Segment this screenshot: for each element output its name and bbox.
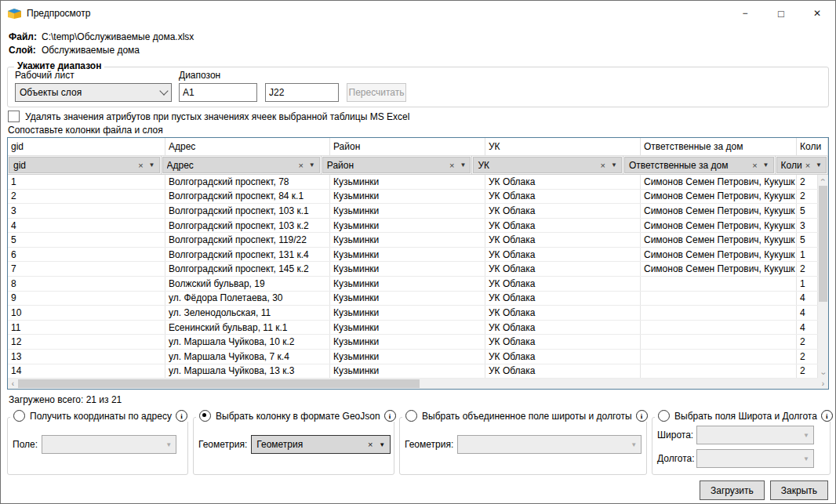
table-cell[interactable]: УК Облака [485, 292, 641, 306]
table-cell[interactable]: ул. Маршала Чуйкова, 10 к.2 [165, 335, 330, 349]
table-cell[interactable]: Кузьминки [330, 219, 485, 233]
table-cell[interactable]: 2 [797, 335, 818, 349]
filter-dropdown-icon[interactable]: ▼ [460, 161, 466, 169]
recalculate-button[interactable]: Пересчитать [347, 83, 406, 102]
table-cell[interactable] [641, 306, 797, 320]
combined-geometry-combobox[interactable]: ▼ [457, 435, 642, 454]
table-cell[interactable]: Кузьминки [330, 248, 485, 262]
table-cell[interactable]: Кузьминки [330, 233, 485, 247]
range-to-input[interactable] [265, 83, 339, 102]
table-cell[interactable]: Кузьминки [330, 350, 485, 364]
radio-icon[interactable] [199, 410, 211, 422]
table-cell[interactable]: 5 [8, 233, 165, 247]
clear-filter-icon[interactable]: × [805, 161, 810, 170]
table-cell[interactable]: УК Облака [485, 277, 641, 291]
clear-filter-icon[interactable]: × [449, 161, 454, 170]
table-cell[interactable]: Кузьминки [330, 175, 485, 189]
table-row[interactable]: 6Волгоградский проспект, 131 к.4Кузьминк… [8, 248, 818, 263]
clear-filter-icon[interactable]: × [752, 161, 757, 170]
horizontal-scrollbar[interactable]: ‹ › [8, 379, 828, 389]
table-row[interactable]: 1Волгоградский проспект, 78КузьминкиУК О… [8, 175, 818, 190]
filter-dropdown-icon[interactable]: ▼ [611, 161, 617, 169]
info-icon[interactable]: i [636, 410, 648, 422]
table-cell[interactable]: 4 [797, 306, 818, 320]
table-cell[interactable]: 8 [8, 277, 165, 291]
table-cell[interactable]: Кузьминки [330, 335, 485, 349]
table-cell[interactable]: Волгоградский проспект, 119/22 [165, 233, 330, 247]
table-cell[interactable]: ул. Маршала Чуйкова, 13 к.3 [165, 364, 330, 379]
clear-icon[interactable]: × [368, 440, 373, 449]
vertical-scroll-thumb[interactable] [819, 186, 827, 302]
column-header[interactable]: Район [330, 138, 485, 155]
table-cell[interactable]: 14 [8, 364, 165, 379]
table-row[interactable]: 7Волгоградский проспект, 145 к.2Кузьминк… [8, 262, 818, 277]
table-cell[interactable]: ул. Фёдора Полетаева, 30 [165, 292, 330, 306]
column-filter-combo[interactable]: Район×▼ [322, 157, 471, 173]
column-header[interactable]: Ответственные за дом [641, 138, 797, 155]
range-from-input[interactable] [179, 83, 257, 102]
column-filter-combo[interactable]: УК×▼ [473, 157, 622, 173]
column-filter-combo[interactable]: gid×▼ [9, 157, 160, 173]
clear-filter-icon[interactable]: × [601, 161, 605, 170]
table-cell[interactable]: УК Облака [485, 364, 641, 379]
radio-icon[interactable] [405, 410, 417, 422]
table-cell[interactable]: УК Облака [485, 350, 641, 364]
delete-empty-checkbox[interactable]: Удалять значения атрибутов при пустых зн… [8, 111, 409, 122]
table-row[interactable]: 9ул. Фёдора Полетаева, 30КузьминкиУК Обл… [8, 292, 818, 306]
table-cell[interactable]: Кузьминки [330, 262, 485, 276]
table-cell[interactable]: Симонов Семен Петрович, Кукушк [641, 219, 797, 233]
column-filter-combo[interactable]: Адрес×▼ [162, 157, 320, 173]
close-button[interactable]: ✕ [799, 1, 835, 26]
table-cell[interactable]: Кузьминки [330, 190, 485, 204]
table-cell[interactable]: Волгоградский проспект, 103 к.1 [165, 204, 330, 218]
table-cell[interactable]: 2 [797, 262, 818, 276]
table-cell[interactable]: Кузьминки [330, 292, 485, 306]
table-row[interactable]: 11Есенинский бульвар, 11 к.1КузьминкиУК … [8, 321, 818, 335]
table-cell[interactable]: УК Облака [485, 175, 641, 189]
table-cell[interactable]: Волгоградский проспект, 84 к.1 [165, 190, 330, 204]
clear-filter-icon[interactable]: × [298, 161, 303, 170]
radio-icon[interactable] [13, 410, 25, 422]
table-cell[interactable]: 2 [797, 364, 818, 379]
scroll-down-icon[interactable]: ‹ [818, 368, 828, 379]
separate-latlon-radio-option[interactable]: Выбрать поля Широта и Долгота i [655, 410, 836, 422]
info-icon[interactable]: i [384, 410, 396, 422]
clear-filter-icon[interactable]: × [138, 161, 143, 170]
table-cell[interactable]: Симонов Семен Петрович, Кукушк [641, 262, 797, 276]
worksheet-combobox[interactable]: Объекты слоя [15, 83, 172, 102]
table-cell[interactable]: 7 [8, 262, 165, 276]
table-cell[interactable]: 4 [797, 292, 818, 306]
table-row[interactable]: 3Волгоградский проспект, 103 к.1Кузьминк… [8, 204, 818, 219]
scroll-right-icon[interactable]: › [818, 379, 828, 389]
column-header[interactable]: УК [485, 138, 641, 155]
table-cell[interactable] [641, 321, 797, 335]
geometry-column-combobox[interactable]: Геометрия × ▼ [251, 435, 391, 454]
scroll-up-icon[interactable]: ‹ [818, 175, 828, 185]
table-row[interactable]: 5Волгоградский проспект, 119/22Кузьминки… [8, 233, 818, 248]
address-field-combobox[interactable]: ▼ [42, 435, 176, 454]
table-cell[interactable]: 2 [797, 175, 818, 189]
table-cell[interactable]: 11 [8, 321, 165, 335]
table-cell[interactable]: 2 [797, 190, 818, 204]
info-icon[interactable]: i [821, 410, 833, 422]
filter-dropdown-icon[interactable]: ▼ [816, 161, 822, 169]
filter-dropdown-icon[interactable]: ▼ [149, 161, 155, 169]
table-cell[interactable]: Кузьминки [330, 204, 485, 218]
table-cell[interactable]: Волгоградский проспект, 145 к.2 [165, 262, 330, 276]
table-cell[interactable]: УК Облака [485, 262, 641, 276]
table-cell[interactable]: Симонов Семен Петрович, Кукушк [641, 233, 797, 247]
table-cell[interactable] [641, 350, 797, 364]
vertical-scrollbar[interactable]: ‹ ‹ [818, 175, 828, 379]
load-button[interactable]: Загрузить [700, 480, 765, 500]
combined-latlon-radio-option[interactable]: Выбрать объединенное поле широты и долго… [402, 410, 651, 422]
table-row[interactable]: 10ул. Зеленодольская, 11КузьминкиУК Обла… [8, 306, 818, 321]
table-cell[interactable] [641, 364, 797, 379]
table-cell[interactable]: УК Облака [485, 306, 641, 320]
filter-dropdown-icon[interactable]: ▼ [309, 161, 315, 169]
checkbox-icon[interactable] [8, 111, 20, 122]
longitude-combobox[interactable]: ▼ [696, 449, 814, 468]
table-cell[interactable]: 10 [8, 306, 165, 320]
latitude-combobox[interactable]: ▼ [696, 426, 814, 444]
horizontal-scroll-thumb[interactable] [18, 379, 420, 388]
maximize-button[interactable]: □ [763, 1, 799, 26]
